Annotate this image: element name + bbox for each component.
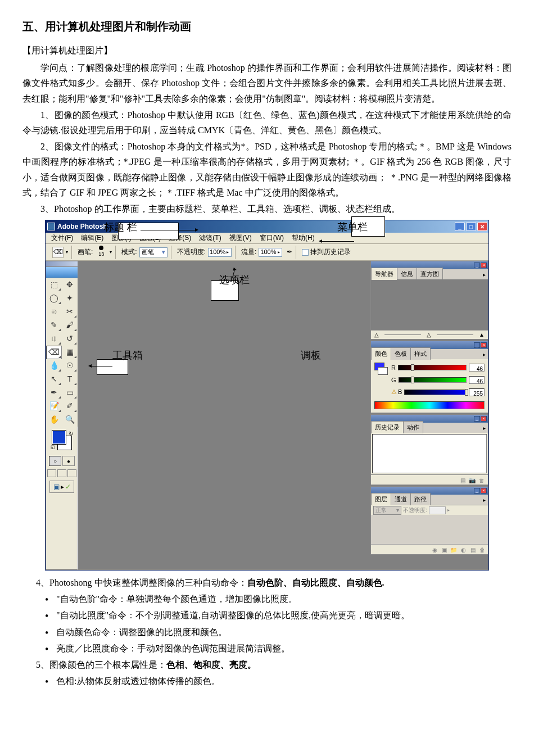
navigator-preview[interactable] [371,279,488,330]
eyedropper-tool[interactable]: ✐ [62,400,78,413]
airbrush-icon[interactable]: ✒ [287,246,292,257]
hand-tool[interactable]: ✋ [46,413,62,427]
screen-mode-3[interactable] [67,469,76,477]
zoom-in-icon[interactable]: ▲ [479,330,485,339]
panel-min-button[interactable]: _ [474,488,480,494]
r-value[interactable]: 46 [469,364,485,372]
panel-menu-icon[interactable]: ▸ [481,495,488,505]
eraser-tool-icon[interactable]: ⌫ [52,247,64,258]
menu-help[interactable]: 帮助(H) [288,232,318,244]
default-colors-icon[interactable]: ◱ [51,443,55,451]
window-titlebar[interactable]: Adobe Photosh _ □ ✕ [46,220,488,233]
foreground-color[interactable] [52,430,66,445]
panel-close-button[interactable]: × [481,342,487,348]
canvas-area[interactable] [78,261,370,570]
menu-edit[interactable]: 编辑(E) [78,232,107,244]
blend-mode-dropdown[interactable]: 正常▾ [373,506,401,515]
stamp-tool[interactable]: ⎅ [46,332,62,346]
screen-mode-2[interactable] [57,469,66,477]
tab-swatches[interactable]: 色板 [391,347,411,360]
tab-histogram[interactable]: 直方图 [417,268,443,280]
gradient-tool[interactable]: ▦ [62,346,78,359]
jump-to-imageready[interactable]: ▣▸✓ [49,481,74,493]
panel-min-button[interactable]: _ [474,416,480,422]
zoom-slider-icon[interactable]: △ [427,330,431,339]
color-ramp[interactable] [374,401,485,409]
blur-tool[interactable]: 💧 [46,359,62,373]
tab-navigator[interactable]: 导航器 [371,268,397,280]
panel-min-button[interactable]: _ [474,342,480,348]
panel-menu-icon[interactable]: ▸ [481,350,488,359]
shape-tool[interactable]: ▭ [62,386,78,400]
delete-layer-icon[interactable]: 🗑 [478,546,486,554]
quickmask-mode-button[interactable]: ● [62,456,75,466]
wand-tool[interactable]: ✦ [62,292,78,305]
dodge-tool[interactable]: ☉ [62,359,78,373]
trash-icon[interactable]: 🗑 [478,476,486,484]
layer-opacity-input[interactable] [429,506,446,514]
r-slider[interactable] [398,365,467,370]
brush-preview[interactable]: 13 [95,246,107,259]
panel-close-button[interactable]: × [481,416,487,422]
panel-close-button[interactable]: × [481,488,487,494]
snapshot-icon[interactable]: ▤ [459,476,467,484]
history-list[interactable] [372,434,487,473]
lasso-tool[interactable]: ◯ [46,292,62,305]
chevron-down-icon[interactable]: ▾ [110,248,112,256]
layer-mask-icon[interactable]: ▣ [440,546,448,554]
tab-info[interactable]: 信息 [397,268,417,280]
tab-color[interactable]: 颜色 [371,347,391,360]
path-tool[interactable]: ↖ [46,373,62,386]
color-swatch[interactable]: ↻ ◱ [51,429,73,451]
erase-to-history-check[interactable]: 抹到历史记录 [302,246,351,257]
tab-paths[interactable]: 路径 [410,493,431,505]
b-value[interactable]: 255 [469,388,485,396]
move-tool[interactable]: ✥ [62,278,78,292]
bg-preview[interactable] [378,367,388,375]
swap-colors-icon[interactable]: ↻ [69,429,73,438]
menu-filter[interactable]: 滤镜(T) [196,232,224,244]
menu-window[interactable]: 窗口(W) [256,232,287,244]
screen-mode-1[interactable] [47,469,56,477]
menu-file[interactable]: 文件(F) [48,232,76,244]
opacity-input[interactable]: 100%▸ [208,248,232,257]
layer-style-icon[interactable]: ◉ [431,546,438,554]
mode-dropdown[interactable]: 画笔 ▾ [139,247,168,257]
pen-tool[interactable]: ✒ [46,386,62,400]
type-tool[interactable]: T [62,373,78,386]
g-value[interactable]: 46 [469,376,485,384]
close-button[interactable]: ✕ [477,222,487,231]
panel-close-button[interactable]: × [481,262,487,268]
tab-layers[interactable]: 图层 [371,493,391,505]
toolbox-drag-handle[interactable] [46,261,78,267]
eraser-tool[interactable]: ⌫ [46,346,62,359]
zoom-out-icon[interactable]: △ [374,330,379,339]
layer-folder-icon[interactable]: 📁 [450,546,458,554]
notes-tool[interactable]: 📝 [46,400,62,413]
tab-history[interactable]: 历史记录 [371,421,404,433]
slice-tool[interactable]: ✂ [62,305,78,319]
tab-channels[interactable]: 通道 [391,493,411,505]
chevron-down-icon[interactable]: ▾ [66,248,68,256]
marquee-tool[interactable]: ⬚ [46,278,62,292]
new-doc-icon[interactable]: 📷 [468,476,476,484]
flow-input[interactable]: 100%▸ [259,248,282,257]
maximize-button[interactable]: □ [466,222,476,231]
crop-tool[interactable]: ⟄ [46,305,62,319]
panel-menu-icon[interactable]: ▸ [481,423,488,433]
adjustment-layer-icon[interactable]: ◐ [459,546,467,554]
b-slider[interactable] [404,390,467,395]
brush-tool[interactable]: 🖌 [62,319,78,332]
tab-actions[interactable]: 动作 [403,421,423,433]
new-layer-icon[interactable]: ▤ [469,546,477,554]
layers-list[interactable] [371,515,488,544]
history-brush-tool[interactable]: ↺ [62,332,78,346]
g-slider[interactable] [399,377,467,383]
panel-menu-icon[interactable]: ▸ [481,270,488,279]
healing-tool[interactable]: ✎ [46,319,62,332]
minimize-button[interactable]: _ [455,222,465,231]
menu-view[interactable]: 视图(V) [226,232,255,244]
panel-min-button[interactable]: _ [474,262,480,268]
zoom-tool[interactable]: 🔍 [62,413,78,427]
standard-mode-button[interactable]: ○ [49,456,61,466]
